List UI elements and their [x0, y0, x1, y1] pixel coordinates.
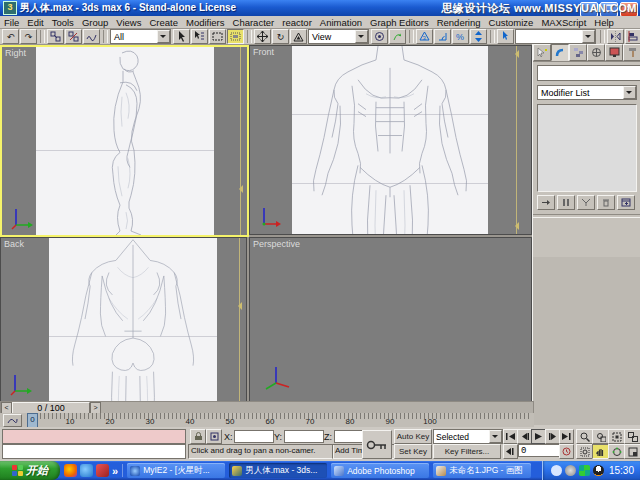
- modifier-stack-list[interactable]: [537, 104, 637, 192]
- key-filters-button[interactable]: Key Filters...: [433, 444, 501, 459]
- zoom-all-icon[interactable]: [592, 429, 609, 444]
- tab-utilities[interactable]: [623, 44, 640, 61]
- maxscript-macro-line[interactable]: [2, 429, 186, 444]
- quicklaunch-overflow-chevron[interactable]: »: [112, 465, 118, 477]
- tab-modify[interactable]: [551, 44, 569, 61]
- viewport-back-label[interactable]: Back: [4, 239, 24, 249]
- menu-character[interactable]: Character: [229, 17, 279, 28]
- unlink-icon[interactable]: [65, 29, 82, 44]
- auto-key-button[interactable]: Auto Key: [394, 429, 432, 444]
- viewport-perspective-label[interactable]: Perspective: [253, 239, 300, 249]
- play-icon[interactable]: [531, 429, 546, 444]
- tab-motion[interactable]: [587, 44, 605, 61]
- go-to-start-icon[interactable]: [503, 429, 518, 444]
- redo-icon[interactable]: ↷: [20, 29, 37, 44]
- named-selection-sets-dropdown[interactable]: [515, 29, 596, 44]
- menu-modifiers[interactable]: Modifiers: [182, 17, 229, 28]
- quicklaunch-ie-icon[interactable]: [80, 464, 93, 477]
- named-sets-icon[interactable]: [497, 29, 514, 44]
- x-coord-field[interactable]: [234, 430, 274, 443]
- prev-frame-icon[interactable]: [517, 429, 532, 444]
- key-mode-toggle-icon[interactable]: [503, 444, 518, 459]
- set-keys-icon[interactable]: [362, 430, 392, 459]
- min-max-toggle-icon[interactable]: [624, 444, 640, 459]
- menu-views[interactable]: Views: [112, 17, 145, 28]
- reference-plane-front[interactable]: [292, 46, 488, 234]
- current-frame-field[interactable]: [518, 444, 560, 457]
- percent-snap-icon[interactable]: %: [452, 29, 469, 44]
- dropdown-arrow-icon[interactable]: [489, 430, 502, 443]
- quicklaunch-media-player-icon[interactable]: [64, 464, 77, 477]
- spinner-snap-icon[interactable]: [470, 29, 487, 44]
- dropdown-arrow-icon[interactable]: [157, 30, 170, 43]
- reference-coordinate-dropdown[interactable]: View: [308, 29, 369, 44]
- bind-spacewarp-icon[interactable]: [83, 29, 100, 44]
- menu-create[interactable]: Create: [145, 17, 182, 28]
- taskbar-item-myie2[interactable]: MyIE2 - [火星时...: [127, 463, 225, 478]
- mirror-icon[interactable]: [607, 29, 624, 44]
- select-move-icon[interactable]: [254, 29, 271, 44]
- undo-icon[interactable]: ↶: [2, 29, 19, 44]
- select-scale-icon[interactable]: [290, 29, 307, 44]
- tray-input-method-icon[interactable]: [579, 465, 590, 476]
- tab-hierarchy[interactable]: [569, 44, 587, 61]
- zoom-extents-icon[interactable]: [608, 429, 625, 444]
- menu-maxscript[interactable]: MAXScript: [537, 17, 590, 28]
- menu-customize[interactable]: Customize: [485, 17, 538, 28]
- dropdown-arrow-icon[interactable]: [355, 30, 368, 43]
- tray-volume-icon[interactable]: [565, 465, 576, 476]
- viewport-front-label[interactable]: Front: [253, 47, 274, 57]
- time-configuration-icon[interactable]: [559, 444, 574, 459]
- select-rotate-icon[interactable]: ↻: [272, 29, 289, 44]
- current-frame-marker[interactable]: 0: [27, 413, 38, 428]
- key-filter-dropdown[interactable]: Selected: [433, 429, 503, 444]
- taskbar-item-3dsmax[interactable]: 男人体.max - 3ds...: [229, 463, 327, 478]
- modifier-list-dropdown[interactable]: Modifier List: [537, 85, 637, 100]
- reference-plane-right[interactable]: [36, 47, 214, 235]
- track-bar[interactable]: 0 10 20 30 40 50 60 70 80 90 100: [0, 413, 534, 428]
- zoom-icon[interactable]: [576, 429, 593, 444]
- y-coord-field[interactable]: [284, 430, 324, 443]
- window-crossing-icon[interactable]: [227, 29, 244, 44]
- start-button[interactable]: 开始: [0, 461, 60, 480]
- absolute-offset-toggle-icon[interactable]: [206, 429, 222, 444]
- taskbar-item-photoshop[interactable]: Adobe Photoshop: [331, 463, 429, 478]
- zoom-extents-all-icon[interactable]: [624, 429, 640, 444]
- pin-stack-icon[interactable]: [537, 195, 555, 210]
- maxscript-listener-line[interactable]: [2, 444, 186, 459]
- menu-graph-editors[interactable]: Graph Editors: [366, 17, 433, 28]
- configure-modifier-sets-icon[interactable]: [617, 195, 635, 210]
- menu-edit[interactable]: Edit: [23, 17, 47, 28]
- go-to-end-icon[interactable]: [559, 429, 574, 444]
- menu-help[interactable]: Help: [590, 17, 618, 28]
- menu-file[interactable]: File: [0, 17, 23, 28]
- menu-animation[interactable]: Animation: [316, 17, 366, 28]
- pan-icon[interactable]: [592, 444, 609, 459]
- taskbar-item-paint[interactable]: 未命名1.JPG - 画图: [433, 463, 531, 478]
- menu-group[interactable]: Group: [78, 17, 112, 28]
- quicklaunch-app-icon[interactable]: [96, 464, 109, 477]
- lock-selection-icon[interactable]: [190, 429, 206, 444]
- menu-tools[interactable]: Tools: [48, 17, 78, 28]
- tab-create[interactable]: [533, 44, 551, 61]
- viewport-front[interactable]: Front: [249, 45, 532, 235]
- align-icon[interactable]: [625, 29, 640, 44]
- angle-snap-icon[interactable]: [434, 29, 451, 44]
- use-pivot-center-icon[interactable]: [371, 29, 388, 44]
- viewport-perspective[interactable]: Perspective: [249, 237, 532, 402]
- menu-rendering[interactable]: Rendering: [433, 17, 485, 28]
- reference-plane-back[interactable]: [49, 238, 217, 401]
- next-frame-icon[interactable]: [545, 429, 560, 444]
- select-link-icon[interactable]: [47, 29, 64, 44]
- region-zoom-icon[interactable]: [576, 444, 593, 459]
- dropdown-arrow-icon[interactable]: [623, 86, 636, 99]
- tray-qq-icon[interactable]: [593, 465, 604, 476]
- viewport-right[interactable]: Right: [0, 45, 249, 237]
- tray-ime-icon[interactable]: [551, 465, 562, 476]
- select-object-icon[interactable]: [173, 29, 190, 44]
- set-key-button[interactable]: Set Key: [394, 444, 432, 459]
- selection-filter-dropdown[interactable]: All: [110, 29, 171, 44]
- rect-selection-region-icon[interactable]: [209, 29, 226, 44]
- tab-display[interactable]: [605, 44, 623, 61]
- viewport-right-label[interactable]: Right: [5, 48, 26, 58]
